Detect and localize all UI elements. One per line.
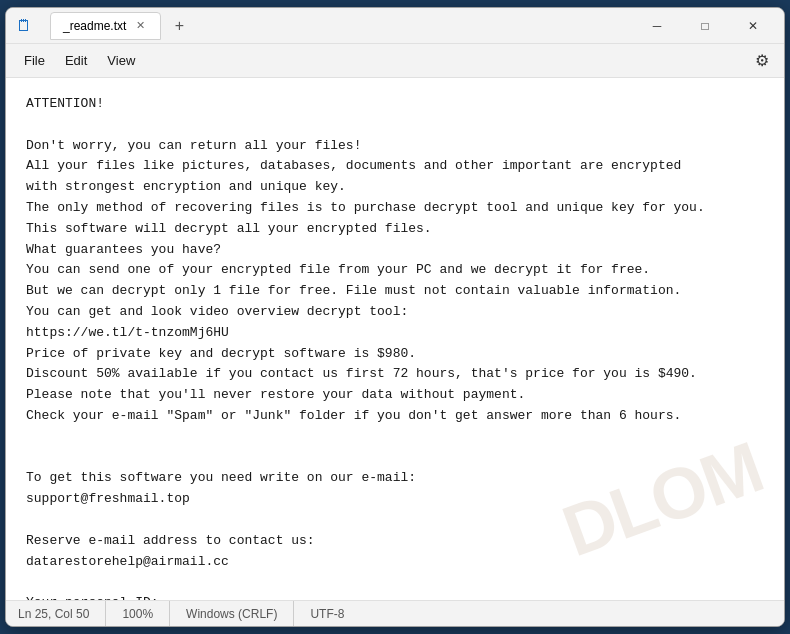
notepad-window: 🗒 _readme.txt ✕ + ─ □ ✕ File Edit View ⚙… <box>5 7 785 627</box>
window-controls: ─ □ ✕ <box>634 11 776 41</box>
title-bar: 🗒 _readme.txt ✕ + ─ □ ✕ <box>6 8 784 44</box>
status-bar: Ln 25, Col 50 100% Windows (CRLF) UTF-8 <box>6 600 784 626</box>
encoding: UTF-8 <box>294 601 360 626</box>
file-content: ATTENTION! Don't worry, you can return a… <box>26 94 764 600</box>
settings-icon[interactable]: ⚙ <box>748 47 776 75</box>
menu-view[interactable]: View <box>97 49 145 72</box>
tab-title: _readme.txt <box>63 19 126 33</box>
tab-bar: _readme.txt ✕ + <box>50 12 193 40</box>
line-ending: Windows (CRLF) <box>170 601 294 626</box>
app-icon: 🗒 <box>14 16 34 36</box>
cursor-position: Ln 25, Col 50 <box>18 601 106 626</box>
maximize-button[interactable]: □ <box>682 11 728 41</box>
active-tab[interactable]: _readme.txt ✕ <box>50 12 161 40</box>
close-button[interactable]: ✕ <box>730 11 776 41</box>
new-tab-button[interactable]: + <box>165 12 193 40</box>
menu-file[interactable]: File <box>14 49 55 72</box>
menu-edit[interactable]: Edit <box>55 49 97 72</box>
text-content-area[interactable]: ATTENTION! Don't worry, you can return a… <box>6 78 784 600</box>
zoom-level: 100% <box>106 601 170 626</box>
tab-close-button[interactable]: ✕ <box>132 18 148 34</box>
menu-bar: File Edit View ⚙ <box>6 44 784 78</box>
minimize-button[interactable]: ─ <box>634 11 680 41</box>
menu-bar-right: ⚙ <box>748 47 776 75</box>
